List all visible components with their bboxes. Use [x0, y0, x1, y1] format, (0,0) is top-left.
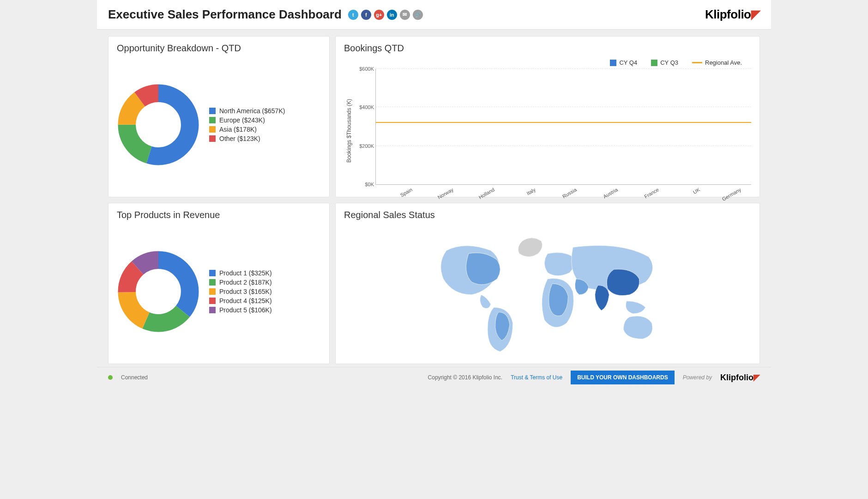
legend-label: Product 3 ($165K) [219, 288, 272, 295]
twitter-icon[interactable]: t [348, 10, 358, 20]
facebook-icon[interactable]: f [361, 10, 371, 20]
legend-swatch-icon [209, 307, 216, 313]
x-tick-label: Austria [596, 187, 619, 203]
card-opportunity-breakdown: Opportunity Breakdown - QTD North Americ… [108, 36, 330, 197]
legend-swatch-icon [209, 135, 216, 142]
legend-swatch-icon [209, 108, 216, 114]
top-products-legend: Product 1 ($325K)Product 2 ($187K)Produc… [209, 269, 272, 314]
x-tick-label: Norway [431, 187, 454, 203]
legend-label: Product 1 ($325K) [219, 269, 272, 277]
card-bookings-qtd: Bookings QTD CY Q4CY Q3Regional Ave. Boo… [335, 36, 760, 197]
legend-swatch-icon [209, 117, 216, 123]
x-tick-label: Spain [390, 187, 413, 203]
build-dashboards-button[interactable]: BUILD YOUR OWN DASHBOARDS [571, 371, 674, 384]
legend-label: North America ($657K) [219, 107, 285, 115]
y-tick-label: $400K [353, 104, 374, 110]
legend-item[interactable]: North America ($657K) [209, 107, 285, 115]
svg-point-3 [127, 93, 190, 156]
legend-item[interactable]: CY Q4 [610, 59, 637, 66]
card-top-products: Top Products in Revenue Product 1 ($325K… [108, 203, 330, 364]
status-indicator-icon [108, 375, 113, 380]
legend-label: Europe ($243K) [219, 116, 265, 124]
x-tick-label: France [637, 187, 660, 203]
x-tick-label: Russia [555, 187, 578, 203]
legend-label: Product 5 ($106K) [219, 306, 272, 314]
legend-label: Other ($123K) [219, 135, 260, 142]
x-tick-label: Germany [719, 187, 742, 203]
legend-swatch-icon [209, 288, 216, 295]
bookings-legend: CY Q4CY Q3Regional Ave. [344, 57, 751, 69]
powered-by-label: Powered by [683, 374, 712, 381]
legend-item[interactable]: Regional Ave. [692, 59, 742, 66]
card-title: Top Products in Revenue [117, 210, 321, 220]
bookings-bar-chart[interactable]: CY Q4CY Q3Regional Ave. Bookings $Thousa… [344, 57, 751, 192]
page-title: Executive Sales Performance Dashboard [108, 7, 342, 22]
y-axis-label: Bookings $Thousands (K) [344, 69, 352, 192]
linkedin-icon[interactable]: in [387, 10, 397, 20]
dashboard-grid: Opportunity Breakdown - QTD North Americ… [97, 30, 771, 367]
legend-label: CY Q4 [619, 59, 637, 66]
share-icons: tfg+in✉🔗 [348, 10, 423, 20]
opportunity-donut-chart[interactable] [117, 83, 200, 166]
connection-status: Connected [121, 374, 148, 381]
legend-label: Asia ($178K) [219, 126, 257, 133]
x-tick-label: Holland [472, 187, 495, 203]
top-products-donut-chart[interactable] [117, 250, 200, 333]
link-icon[interactable]: 🔗 [413, 10, 423, 20]
card-regional-sales: Regional Sales Status [335, 203, 760, 364]
opportunity-legend: North America ($657K)Europe ($243K)Asia … [209, 107, 285, 142]
legend-item[interactable]: Europe ($243K) [209, 116, 285, 124]
legend-swatch-icon [209, 298, 216, 304]
legend-swatch-icon [209, 126, 216, 133]
x-tick-label: Italy [514, 187, 536, 203]
email-icon[interactable]: ✉ [400, 10, 410, 20]
legend-label: Regional Ave. [705, 59, 742, 66]
card-title: Regional Sales Status [344, 210, 751, 220]
legend-item[interactable]: Product 3 ($165K) [209, 288, 272, 295]
legend-item[interactable]: CY Q3 [651, 59, 678, 66]
svg-point-8 [127, 260, 190, 323]
x-tick-label: UK [678, 187, 701, 203]
legend-item[interactable]: Product 5 ($106K) [209, 306, 272, 314]
gplus-icon[interactable]: g+ [374, 10, 384, 20]
brand-logo: Klipfolio◤ [705, 7, 760, 22]
y-tick-label: $200K [353, 143, 374, 149]
footer-bar: Connected Copyright © 2016 Klipfolio Inc… [97, 367, 771, 387]
legend-item[interactable]: Other ($123K) [209, 135, 285, 142]
y-tick-label: $0K [353, 182, 374, 187]
legend-item[interactable]: Product 2 ($187K) [209, 279, 272, 286]
legend-swatch-icon [209, 270, 216, 276]
y-tick-label: $600K [353, 66, 374, 72]
legend-swatch-icon [651, 60, 657, 66]
legend-swatch-icon [209, 279, 216, 286]
footer-brand-logo: Klipfolio◤ [720, 372, 760, 383]
copyright-text: Copyright © 2016 Klipfolio Inc. [428, 374, 503, 381]
legend-item[interactable]: Product 4 ($125K) [209, 297, 272, 304]
legend-label: CY Q3 [660, 59, 678, 66]
legend-swatch-icon [610, 60, 616, 66]
card-title: Opportunity Breakdown - QTD [117, 43, 321, 54]
legend-label: Product 4 ($125K) [219, 297, 272, 304]
reference-line [376, 122, 751, 123]
trust-terms-link[interactable]: Trust & Terms of Use [511, 374, 562, 381]
card-title: Bookings QTD [344, 43, 751, 54]
top-header: Executive Sales Performance Dashboard tf… [97, 0, 771, 30]
legend-label: Product 2 ($187K) [219, 279, 272, 286]
legend-item[interactable]: Product 1 ($325K) [209, 269, 272, 277]
legend-item[interactable]: Asia ($178K) [209, 126, 285, 133]
world-map-chart[interactable] [344, 224, 751, 359]
legend-line-icon [692, 62, 702, 63]
